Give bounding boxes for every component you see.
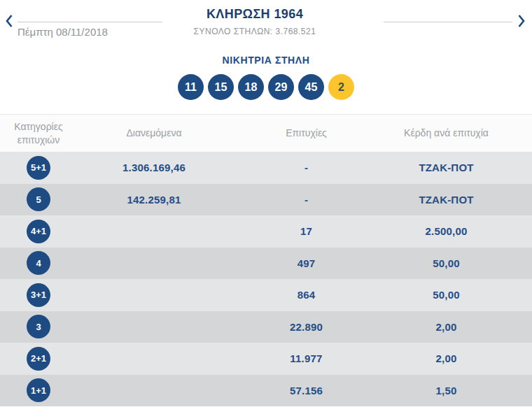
- draw-navigation-bar: Πέμπτη 08/11/2018 ΚΛΗΡΩΣΗ 1964 ΣΥΝΟΛΟ ΣΤ…: [0, 0, 532, 43]
- category-cell: 5: [0, 187, 77, 211]
- category-ball: 3+1: [27, 283, 50, 307]
- table-row: 1+1 57.156 1,50: [0, 375, 532, 407]
- prize-cell: ΤΖΑΚ-ΠΟΤ: [382, 194, 511, 206]
- table-row: 3+1 864 50,00: [0, 279, 532, 311]
- bonus-number-ball: 2: [328, 74, 354, 100]
- winners-cell: 17: [231, 225, 382, 237]
- winners-cell: 497: [231, 257, 382, 269]
- header-divider-right: [384, 22, 512, 22]
- prize-cell: 50,00: [382, 289, 511, 301]
- category-cell: 3: [0, 315, 77, 338]
- table-row: 4 497 50,00: [0, 248, 532, 280]
- chevron-right-icon: [517, 14, 526, 28]
- prize-cell: 50,00: [382, 257, 511, 269]
- winners-cell: 57.156: [231, 385, 382, 397]
- column-header-prize: Κέρδη ανά επιτυχία: [382, 127, 511, 140]
- winning-column-section: ΝΙΚΗΤΡΙΑ ΣΤΗΛΗ 11151829452: [0, 43, 532, 114]
- category-ball: 4: [27, 251, 50, 275]
- winning-number-ball: 45: [298, 74, 324, 100]
- distributed-cell: 142.259,81: [77, 194, 231, 206]
- table-row: 5+1 1.306.169,46 - ΤΖΑΚ-ΠΟΤ: [0, 152, 532, 184]
- column-header-winners: Επιτυχίες: [231, 127, 382, 140]
- prize-cell: 2.500,00: [382, 225, 511, 237]
- next-draw-button[interactable]: [515, 13, 528, 29]
- prize-cell: 1,50: [382, 385, 511, 397]
- table-row: 5 142.259,81 - ΤΖΑΚ-ΠΟΤ: [0, 184, 532, 216]
- category-ball: 4+1: [27, 220, 50, 243]
- category-cell: 5+1: [0, 156, 77, 180]
- total-columns-label: ΣΥΝΟΛΟ ΣΤΗΛΩΝ: 3.768.521: [0, 27, 532, 36]
- winners-cell: 22.890: [231, 321, 382, 333]
- category-cell: 4: [0, 251, 77, 275]
- table-row: 3 22.890 2,00: [0, 311, 532, 343]
- prize-cell: 2,00: [382, 352, 511, 364]
- category-cell: 1+1: [0, 378, 77, 402]
- winning-numbers: 11151829452: [0, 74, 532, 100]
- winning-number-ball: 11: [178, 74, 204, 100]
- category-cell: 4+1: [0, 220, 77, 243]
- results-table: Κατηγορίες επιτυχιών Διανεμόμενα Επιτυχί…: [0, 114, 532, 406]
- category-cell: 2+1: [0, 347, 77, 371]
- column-header-distributed: Διανεμόμενα: [77, 127, 231, 140]
- table-row: 2+1 11.977 2,00: [0, 343, 532, 375]
- draw-title: ΚΛΗΡΩΣΗ 1964: [0, 7, 532, 22]
- category-cell: 3+1: [0, 283, 77, 307]
- category-ball: 1+1: [27, 378, 50, 402]
- results-table-body: 5+1 1.306.169,46 - ΤΖΑΚ-ΠΟΤ 5 142.259,81…: [0, 152, 532, 406]
- table-row: 4+1 17 2.500,00: [0, 215, 532, 248]
- category-ball: 5+1: [27, 156, 50, 180]
- winners-cell: 864: [231, 289, 382, 301]
- winners-cell: -: [231, 162, 382, 173]
- winners-cell: -: [231, 194, 382, 206]
- winning-number-ball: 15: [208, 74, 234, 100]
- distributed-cell: 1.306.169,46: [77, 162, 231, 173]
- category-ball: 2+1: [27, 347, 50, 371]
- category-ball: 5: [27, 187, 50, 211]
- prize-cell: ΤΖΑΚ-ΠΟΤ: [382, 162, 511, 173]
- column-header-categories: Κατηγορίες επιτυχιών: [0, 120, 77, 147]
- winning-number-ball: 29: [268, 74, 294, 100]
- prize-cell: 2,00: [382, 321, 511, 333]
- results-table-header: Κατηγορίες επιτυχιών Διανεμόμενα Επιτυχί…: [0, 115, 532, 152]
- category-ball: 3: [27, 315, 50, 338]
- winning-number-ball: 18: [238, 74, 264, 100]
- winners-cell: 11.977: [231, 352, 382, 364]
- winning-column-heading: ΝΙΚΗΤΡΙΑ ΣΤΗΛΗ: [0, 55, 532, 66]
